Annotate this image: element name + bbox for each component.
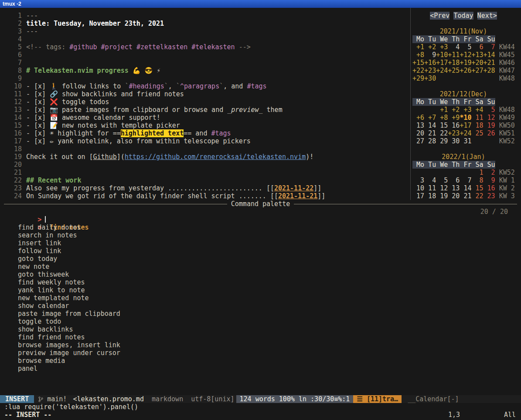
editor-line[interactable]: 3--- (4, 27, 410, 35)
command-line[interactable]: :lua require('telekasten').panel() (0, 403, 521, 411)
calendar-day[interactable]: 5 (460, 43, 471, 51)
palette-item[interactable]: paste image from clipboard (0, 310, 521, 318)
palette-item[interactable]: insert link (0, 239, 521, 247)
calendar-today-button[interactable]: Today (453, 12, 473, 20)
palette-item[interactable]: find daily notes (0, 224, 521, 231)
calendar-day[interactable]: +2 (424, 43, 436, 51)
calendar-day[interactable]: 6 (471, 43, 483, 51)
calendar-day[interactable]: +20 (471, 59, 483, 67)
calendar-day[interactable]: +1 (436, 106, 448, 114)
calendar-day[interactable]: 19 (436, 192, 448, 200)
palette-item[interactable]: preview image under cursor (0, 349, 521, 357)
calendar-day[interactable]: 14 (424, 122, 436, 129)
calendar-day[interactable]: 21 (424, 129, 436, 137)
editor-line[interactable]: 16- [x] ☀ highlight for ==highlighted te… (4, 129, 410, 137)
palette-item[interactable]: browse media (0, 357, 521, 365)
palette-item[interactable]: find friend notes (0, 333, 521, 341)
calendar-day[interactable]: +18 (448, 59, 460, 67)
palette-item-selected[interactable]: >find notes (0, 216, 521, 224)
calendar-day[interactable]: 19 (484, 122, 495, 129)
editor-line[interactable]: 14- [x] 📅 awesome calendar support! (4, 114, 410, 122)
editor-line[interactable]: 5<!-- tags: #github #project #zettelkast… (4, 43, 410, 51)
editor-line[interactable]: 18 (4, 145, 410, 153)
calendar-day[interactable]: +21 (484, 59, 495, 67)
calendar-day[interactable]: +24 (460, 129, 471, 137)
calendar-day[interactable]: 12 (436, 184, 448, 192)
tag[interactable]: ^paragraps (180, 82, 219, 90)
calendar-day[interactable]: 3 (412, 176, 424, 184)
calendar-day[interactable]: 14 (460, 184, 471, 192)
editor-line[interactable]: 9 (4, 75, 410, 82)
tag[interactable]: #tags (211, 129, 231, 137)
palette-item[interactable]: panel (0, 365, 521, 373)
tag[interactable]: #tags (247, 82, 266, 90)
calendar-day[interactable]: 20 (412, 129, 424, 137)
editor-line[interactable]: 17- [x] ✏ yank notelink, also from withi… (4, 137, 410, 145)
calendar-day[interactable]: 25 (471, 129, 483, 137)
calendar-day[interactable]: +8 (436, 114, 448, 122)
palette-item[interactable]: show calendar (0, 302, 521, 310)
link-text[interactable]: Github (93, 153, 117, 161)
tag[interactable]: #telekasten (191, 43, 235, 51)
editor-line[interactable]: 20 (4, 161, 410, 169)
calendar-day[interactable]: 8 (471, 176, 483, 184)
calendar-day[interactable]: +28 (484, 67, 495, 75)
calendar-prev-button[interactable]: <Prev (430, 12, 449, 20)
editor-line[interactable]: 11- [x] 🔗 show backlinks and friend note… (4, 90, 410, 98)
calendar-day[interactable]: +27 (471, 67, 483, 75)
calendar-day[interactable]: 15 (436, 122, 448, 129)
calendar-day[interactable]: +23 (448, 129, 460, 137)
calendar-day[interactable]: 11 (471, 114, 483, 122)
calendar-day[interactable]: 7 (460, 176, 471, 184)
calendar-day[interactable]: 1 (471, 169, 483, 176)
calendar-day[interactable]: +9 (448, 114, 460, 122)
calendar-day[interactable]: 22 (436, 129, 448, 137)
palette-item[interactable]: browse images, insert link (0, 341, 521, 349)
calendar-day[interactable]: +24 (436, 67, 448, 75)
editor-line[interactable]: 22## Recent work (4, 176, 410, 184)
calendar-day[interactable]: 2 (484, 169, 495, 176)
tag[interactable]: #zettelkasten (136, 43, 187, 51)
editor-line[interactable]: 21 (4, 169, 410, 176)
palette-item[interactable]: show backlinks (0, 325, 521, 333)
wiki-link-date[interactable]: 2021-11-21 (278, 192, 317, 200)
palette-item[interactable]: toggle todo (0, 318, 521, 325)
palette-item[interactable]: yank link to note (0, 286, 521, 294)
calendar-day[interactable]: 9 (424, 51, 436, 59)
git-branch[interactable]: main! (38, 395, 67, 403)
tag[interactable]: #headings (129, 82, 164, 90)
editor-line[interactable]: 7 (4, 59, 410, 67)
calendar-day[interactable]: 4 (448, 43, 460, 51)
editor-line[interactable]: 6 (4, 51, 410, 59)
calendar-day[interactable]: +8 (412, 51, 424, 59)
calendar-day[interactable]: 30 (448, 137, 460, 145)
calendar-day[interactable]: 21 (460, 192, 471, 200)
calendar-day[interactable]: 28 (424, 137, 436, 145)
calendar-day[interactable]: 5 (484, 106, 495, 114)
calendar-day[interactable]: +4 (471, 106, 483, 114)
link-url[interactable]: https://github.com/renerocksai/telekaste… (125, 153, 306, 161)
calendar-day[interactable]: +2 (448, 106, 460, 114)
calendar-day[interactable]: +26 (460, 67, 471, 75)
calendar-day[interactable]: +16 (424, 59, 436, 67)
calendar-day[interactable]: 15 (471, 184, 483, 192)
calendar-day[interactable]: 11 (424, 184, 436, 192)
calendar-day[interactable]: +10 (436, 51, 448, 59)
palette-prompt[interactable]: > 20 / 20 (0, 208, 521, 216)
calendar-day[interactable]: 16 (448, 122, 460, 129)
calendar-day[interactable]: +6 (412, 114, 424, 122)
editor-line[interactable]: 19Check it out on [Github](https://githu… (4, 153, 410, 161)
editor-line[interactable]: 10- [x] 🚶 follow links to `#headings`, `… (4, 82, 410, 90)
calendar-day[interactable]: 13 (412, 122, 424, 129)
calendar-day[interactable]: +29 (412, 75, 424, 82)
palette-item[interactable]: goto thisweek (0, 271, 521, 278)
calendar-day[interactable]: 5 (436, 176, 448, 184)
editor-line[interactable]: 13- [x] 📷 paste images from clipboard or… (4, 106, 410, 114)
calendar-day[interactable]: +12 (460, 51, 471, 59)
calendar-day[interactable]: 22 (471, 192, 483, 200)
calendar-day[interactable]: 9 (484, 176, 495, 184)
calendar-day[interactable]: +17 (436, 59, 448, 67)
calendar-day[interactable]: +22 (412, 67, 424, 75)
palette-item[interactable]: follow link (0, 247, 521, 255)
wiki-link-date[interactable]: 2021-11-22 (274, 184, 313, 192)
